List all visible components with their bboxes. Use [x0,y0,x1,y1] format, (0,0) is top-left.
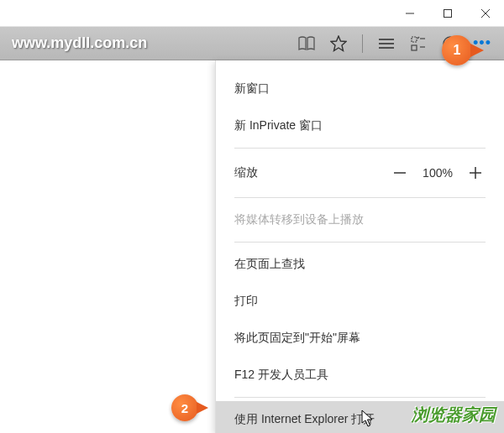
menu-separator [234,197,486,198]
menu-open-with-ie[interactable]: 使用 Internet Explorer 打开 [216,401,504,433]
callout-number: 2 [181,401,188,415]
menu-separator [234,397,486,398]
close-icon [481,9,490,18]
menu-find-on-page[interactable]: 在页面上查找 [216,246,504,283]
svg-rect-9 [412,45,417,50]
menu-new-window[interactable]: 新窗口 [216,70,504,107]
address-bar-url[interactable]: www.mydll.com.cn [7,34,297,52]
zoom-out-button[interactable] [385,160,415,185]
plus-icon [469,166,482,180]
menu-devtools[interactable]: F12 开发人员工具 [216,357,504,394]
minus-icon [393,166,407,180]
annotation-callout-2: 2 [171,394,198,421]
browser-toolbar: www.mydll.com.cn ••• [0,27,504,60]
content-area: 新窗口 新 InPrivate 窗口 缩放 100% 将媒体转移到设备上播放 在… [0,60,504,433]
webnote-button[interactable] [408,34,428,54]
hub-button[interactable] [376,34,396,54]
favorites-button[interactable] [328,34,349,54]
more-menu: 新窗口 新 InPrivate 窗口 缩放 100% 将媒体转移到设备上播放 在… [215,60,504,433]
zoom-label: 缩放 [234,165,385,180]
book-icon [298,36,315,51]
zoom-in-button[interactable] [460,160,491,185]
menu-separator [234,148,486,149]
svg-line-8 [417,37,419,39]
minimize-button[interactable] [391,0,428,27]
svg-rect-1 [444,9,451,17]
window-titlebar [0,0,504,27]
zoom-value: 100% [415,166,460,180]
annotation-callout-1: 1 [442,35,472,65]
note-icon [411,36,426,51]
star-icon [330,35,347,52]
close-button[interactable] [466,0,504,27]
menu-print[interactable]: 打印 [216,283,504,320]
maximize-button[interactable] [428,0,466,27]
window-controls [391,0,504,27]
svg-rect-7 [412,37,417,42]
menu-separator [234,242,486,243]
menu-new-inprivate[interactable]: 新 InPrivate 窗口 [216,107,504,144]
reading-view-button[interactable] [297,34,317,54]
callout-number: 1 [454,43,461,58]
hamburger-icon [379,38,394,50]
menu-pin-to-start[interactable]: 将此页固定到"开始"屏幕 [216,320,504,357]
minimize-icon [406,9,414,18]
menu-zoom: 缩放 100% [216,152,504,194]
toolbar-separator [362,34,363,53]
menu-cast-media: 将媒体转移到设备上播放 [216,201,504,238]
maximize-icon [444,9,452,18]
